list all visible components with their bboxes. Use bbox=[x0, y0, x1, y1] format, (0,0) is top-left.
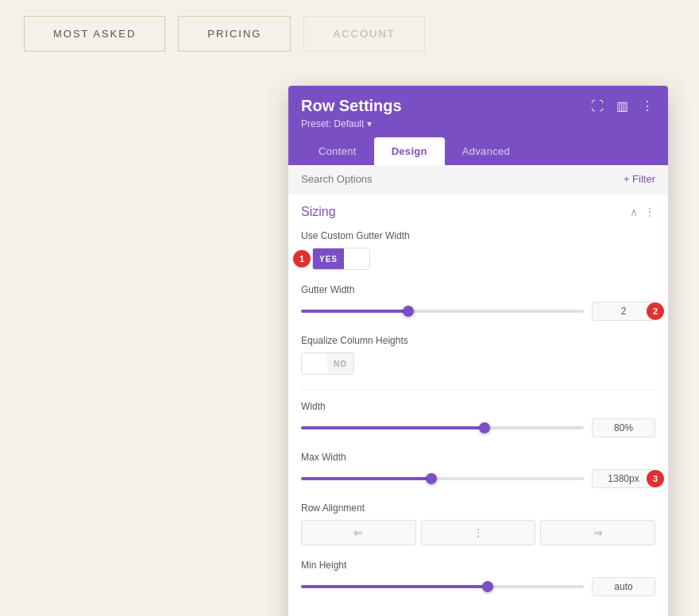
width-input[interactable] bbox=[592, 418, 655, 437]
min-height-row: Min Height bbox=[301, 560, 655, 596]
max-width-track[interactable] bbox=[301, 477, 584, 480]
align-right-icon: ⇒ bbox=[593, 526, 603, 539]
panel-header: Row Settings ⛶ ▥ ⋮ Preset: Default ▾ Con… bbox=[288, 86, 668, 165]
nav-account[interactable]: ACCOUNT bbox=[303, 16, 424, 52]
min-height-slider-row bbox=[301, 577, 655, 596]
min-height-input[interactable] bbox=[592, 577, 655, 596]
top-nav: MOST ASKED PRICING ACCOUNT bbox=[0, 0, 699, 67]
panel-title-row: Row Settings ⛶ ▥ ⋮ bbox=[301, 97, 655, 115]
row-alignment-label: Row Alignment bbox=[301, 502, 655, 514]
width-slider-row bbox=[301, 418, 655, 437]
custom-gutter-toggle[interactable]: YES bbox=[312, 248, 370, 270]
gutter-width-label: Gutter Width bbox=[301, 284, 655, 295]
max-width-label: Max Width bbox=[301, 452, 655, 463]
tab-advanced[interactable]: Advanced bbox=[445, 137, 527, 165]
panel-icons: ⛶ ▥ ⋮ bbox=[589, 97, 655, 115]
custom-gutter-label: Use Custom Gutter Width bbox=[301, 230, 655, 241]
width-label: Width bbox=[301, 401, 655, 412]
badge-2: 2 bbox=[647, 302, 664, 320]
gutter-width-row: Gutter Width 2 bbox=[301, 284, 655, 321]
nav-most-asked[interactable]: MOST ASKED bbox=[24, 16, 165, 52]
width-track[interactable] bbox=[301, 426, 584, 429]
max-width-fill bbox=[301, 477, 431, 480]
row-settings-panel: Row Settings ⛶ ▥ ⋮ Preset: Default ▾ Con… bbox=[288, 86, 668, 616]
row-alignment-row: Row Alignment ⇐ ⋮ ⇒ bbox=[301, 502, 655, 545]
width-fill bbox=[301, 426, 485, 429]
align-right-button[interactable]: ⇒ bbox=[540, 520, 655, 545]
equalize-columns-toggle[interactable]: NO bbox=[301, 352, 354, 375]
nav-pricing[interactable]: PRICING bbox=[178, 16, 291, 52]
gutter-width-fill bbox=[301, 310, 408, 313]
row-alignment-buttons: ⇐ ⋮ ⇒ bbox=[301, 520, 655, 545]
tab-content[interactable]: Content bbox=[301, 137, 374, 165]
panel-body: + Filter Sizing ∧ ⋮ Use Custom Gutter Wi… bbox=[288, 165, 668, 616]
gutter-width-thumb[interactable] bbox=[403, 306, 414, 317]
badge-3: 3 bbox=[647, 470, 664, 487]
panel-tabs: Content Design Advanced bbox=[301, 137, 655, 165]
section-more-icon[interactable]: ⋮ bbox=[644, 206, 655, 218]
min-height-fill bbox=[301, 585, 488, 588]
columns-icon[interactable]: ▥ bbox=[615, 97, 630, 115]
section-title: Sizing bbox=[301, 205, 336, 219]
max-width-thumb[interactable] bbox=[426, 473, 437, 484]
tab-design[interactable]: Design bbox=[374, 137, 445, 165]
section-header: Sizing ∧ ⋮ bbox=[301, 205, 655, 219]
panel-preset: Preset: Default ▾ bbox=[301, 118, 655, 129]
width-thumb[interactable] bbox=[479, 422, 490, 433]
search-input[interactable] bbox=[301, 173, 617, 185]
custom-gutter-row: Use Custom Gutter Width 1 YES bbox=[301, 230, 655, 270]
min-height-label: Min Height bbox=[301, 560, 655, 571]
min-height-thumb[interactable] bbox=[482, 581, 493, 592]
align-left-icon: ⇐ bbox=[353, 526, 363, 539]
toggle-off-area-2 bbox=[302, 353, 327, 374]
toggle-no-label: NO bbox=[327, 353, 353, 374]
min-height-track[interactable] bbox=[301, 585, 584, 588]
divider-1 bbox=[301, 389, 655, 390]
panel-title: Row Settings bbox=[301, 97, 402, 115]
align-center-button[interactable]: ⋮ bbox=[421, 520, 536, 545]
toggle-yes-label: YES bbox=[313, 248, 344, 269]
more-icon[interactable]: ⋮ bbox=[639, 97, 655, 115]
filter-button[interactable]: + Filter bbox=[624, 173, 655, 185]
badge-1: 1 bbox=[293, 250, 311, 268]
gutter-width-input[interactable] bbox=[592, 302, 655, 321]
width-row: Width bbox=[301, 401, 655, 437]
collapse-icon[interactable]: ∧ bbox=[630, 206, 638, 218]
gutter-width-track[interactable] bbox=[301, 310, 584, 313]
max-width-slider-row: 3 bbox=[301, 469, 655, 488]
max-width-row: Max Width 3 bbox=[301, 452, 655, 488]
align-center-icon: ⋮ bbox=[473, 526, 484, 539]
sizing-section: Sizing ∧ ⋮ Use Custom Gutter Width 1 YES bbox=[288, 194, 668, 616]
search-row: + Filter bbox=[288, 165, 668, 194]
equalize-columns-label: Equalize Column Heights bbox=[301, 335, 655, 346]
equalize-columns-row: Equalize Column Heights NO bbox=[301, 335, 655, 375]
fullscreen-icon[interactable]: ⛶ bbox=[589, 98, 605, 115]
max-width-input[interactable] bbox=[592, 469, 655, 488]
align-left-button[interactable]: ⇐ bbox=[301, 520, 416, 545]
gutter-width-slider-row: 2 bbox=[301, 302, 655, 321]
toggle-off-area bbox=[344, 248, 369, 269]
section-controls: ∧ ⋮ bbox=[630, 206, 655, 218]
